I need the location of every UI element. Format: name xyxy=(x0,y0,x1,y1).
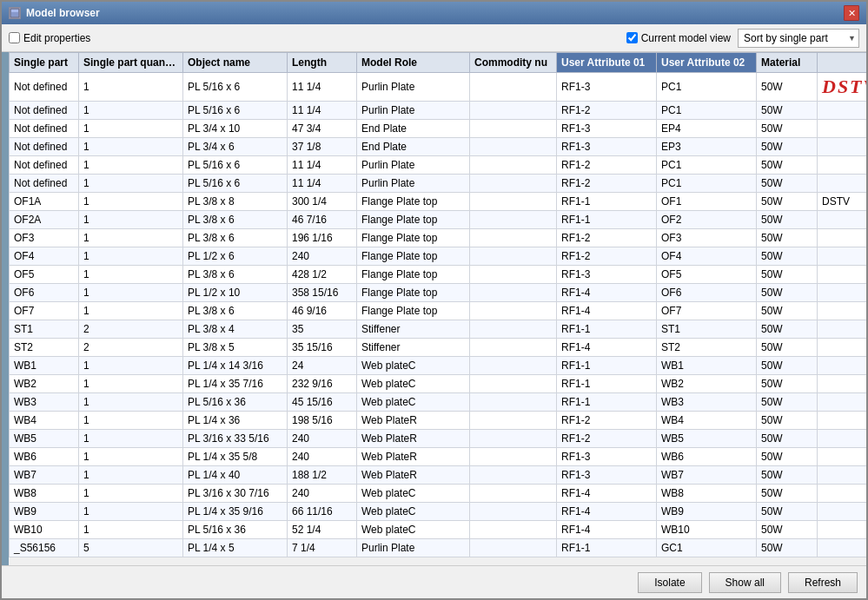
cell-single_part: Not defined xyxy=(10,138,79,156)
table-row[interactable]: OF71PL 3/8 x 646 9/16Flange Plate topRF1… xyxy=(10,302,867,320)
table-row[interactable]: ST12PL 3/8 x 435StiffenerRF1-1ST150W xyxy=(10,320,867,339)
cell-object_name: PL 1/4 x 35 7/16 xyxy=(183,375,288,393)
cell-logo xyxy=(818,412,867,430)
isolate-button[interactable]: Isolate xyxy=(638,572,701,593)
model-browser-window: Model browser ✕ Edit properties Current … xyxy=(0,0,868,600)
cell-model_role: End Plate xyxy=(357,138,470,156)
table-row[interactable]: Not defined1PL 3/4 x 1047 3/4End PlateRF… xyxy=(10,120,867,138)
current-model-view-checkbox-label[interactable]: Current model view xyxy=(626,32,731,44)
table-row[interactable]: WB71PL 1/4 x 40188 1/2Web PlateRRF1-3WB7… xyxy=(10,466,867,485)
col-header-model-role[interactable]: Model Role xyxy=(357,53,470,73)
cell-length: 11 1/4 xyxy=(288,73,357,102)
table-row[interactable]: WB81PL 3/16 x 30 7/16240Web plateCRF1-4W… xyxy=(10,485,867,503)
cell-model_role: Flange Plate top xyxy=(357,193,470,211)
cell-material: 50W xyxy=(757,302,818,320)
cell-model_role: Web plateC xyxy=(357,521,470,539)
cell-attr2: EP3 xyxy=(657,138,757,156)
col-header-single-part[interactable]: Single part xyxy=(10,53,79,73)
table-row[interactable]: OF31PL 3/8 x 6196 1/16Flange Plate topRF… xyxy=(10,229,867,247)
cell-single_part: WB8 xyxy=(10,485,79,503)
table-row[interactable]: Not defined1PL 5/16 x 611 1/4Purlin Plat… xyxy=(10,175,867,193)
col-header-logo xyxy=(818,53,867,73)
cell-single_part: OF7 xyxy=(10,302,79,320)
cell-length: 47 3/4 xyxy=(288,120,357,138)
cell-object_name: PL 3/16 x 33 5/16 xyxy=(183,430,288,448)
data-table: Single part Single part quantity Object … xyxy=(9,52,866,557)
cell-attr1: RF1-3 xyxy=(557,120,657,138)
cell-length: 198 5/16 xyxy=(288,412,357,430)
cell-length: 188 1/2 xyxy=(288,466,357,485)
cell-material: 50W xyxy=(757,229,818,247)
show-all-button[interactable]: Show all xyxy=(709,572,781,593)
cell-model_role: Purlin Plate xyxy=(357,175,470,193)
edit-properties-checkbox[interactable] xyxy=(9,32,20,43)
current-model-view-checkbox[interactable] xyxy=(626,32,638,43)
cell-quantity: 1 xyxy=(79,430,183,448)
close-button[interactable]: ✕ xyxy=(844,5,859,21)
table-row[interactable]: WB51PL 3/16 x 33 5/16240Web PlateRRF1-2W… xyxy=(10,430,867,448)
col-header-object-name[interactable]: Object name xyxy=(183,53,288,73)
cell-attr1: RF1-1 xyxy=(557,211,657,229)
col-header-commodity[interactable]: Commodity nu xyxy=(470,53,557,73)
col-header-attr2[interactable]: User Attribute 02 xyxy=(657,53,757,73)
sort-select[interactable]: Sort by single part Sort by object name … xyxy=(738,29,859,48)
cell-attr2: OF1 xyxy=(657,193,757,211)
col-header-material[interactable]: Material xyxy=(757,53,818,73)
cell-quantity: 1 xyxy=(79,229,183,247)
table-row[interactable]: WB21PL 1/4 x 35 7/16232 9/16Web plateCRF… xyxy=(10,375,867,393)
cell-single_part: WB5 xyxy=(10,430,79,448)
table-row[interactable]: OF2A1PL 3/8 x 646 7/16Flange Plate topRF… xyxy=(10,211,867,229)
cell-length: 240 xyxy=(288,247,357,266)
cell-attr2: WB6 xyxy=(657,448,757,466)
table-row[interactable]: WB61PL 1/4 x 35 5/8240Web PlateRRF1-3WB6… xyxy=(10,448,867,466)
table-row[interactable]: ST22PL 3/8 x 535 15/16StiffenerRF1-4ST25… xyxy=(10,339,867,357)
table-row[interactable]: OF51PL 3/8 x 6428 1/2Flange Plate topRF1… xyxy=(10,266,867,284)
table-row[interactable]: OF61PL 1/2 x 10358 15/16Flange Plate top… xyxy=(10,284,867,302)
cell-quantity: 1 xyxy=(79,138,183,156)
cell-attr1: RF1-3 xyxy=(557,466,657,485)
cell-model_role: End Plate xyxy=(357,120,470,138)
cell-quantity: 1 xyxy=(79,302,183,320)
cell-commodity xyxy=(470,302,557,320)
table-row[interactable]: Not defined1PL 3/4 x 637 1/8End PlateRF1… xyxy=(10,138,867,156)
cell-logo xyxy=(818,302,867,320)
refresh-button[interactable]: Refresh xyxy=(788,572,858,593)
col-header-length[interactable]: Length xyxy=(288,53,357,73)
table-row[interactable]: WB41PL 1/4 x 36198 5/16Web PlateRRF1-2WB… xyxy=(10,412,867,430)
cell-attr1: RF1-2 xyxy=(557,175,657,193)
edit-properties-checkbox-label[interactable]: Edit properties xyxy=(9,32,90,44)
cell-quantity: 1 xyxy=(79,412,183,430)
table-row[interactable]: Not defined1PL 5/16 x 611 1/4Purlin Plat… xyxy=(10,102,867,120)
table-row[interactable]: Not defined1PL 5/16 x 611 1/4Purlin Plat… xyxy=(10,156,867,175)
table-row[interactable]: WB31PL 5/16 x 3645 15/16Web plateCRF1-1W… xyxy=(10,393,867,412)
cell-quantity: 2 xyxy=(79,320,183,339)
cell-attr2: OF3 xyxy=(657,229,757,247)
table-row[interactable]: OF1A1PL 3/8 x 8300 1/4Flange Plate topRF… xyxy=(10,193,867,211)
cell-length: 240 xyxy=(288,485,357,503)
table-row[interactable]: WB11PL 1/4 x 14 3/1624Web plateCRF1-1WB1… xyxy=(10,357,867,375)
cell-attr2: PC1 xyxy=(657,175,757,193)
table-row[interactable]: WB91PL 1/4 x 35 9/1666 11/16Web plateCRF… xyxy=(10,503,867,521)
cell-logo xyxy=(818,485,867,503)
cell-quantity: 1 xyxy=(79,466,183,485)
cell-attr2: EP4 xyxy=(657,120,757,138)
cell-logo xyxy=(818,175,867,193)
cell-material: 50W xyxy=(757,412,818,430)
cell-attr1: RF1-2 xyxy=(557,229,657,247)
table-row[interactable]: Not defined1PL 5/16 x 611 1/4Purlin Plat… xyxy=(10,73,867,102)
table-scroll[interactable]: Single part Single part quantity Object … xyxy=(9,52,866,565)
cell-object_name: PL 1/2 x 10 xyxy=(183,284,288,302)
col-header-quantity[interactable]: Single part quantity xyxy=(79,53,183,73)
table-row[interactable]: OF41PL 1/2 x 6240Flange Plate topRF1-2OF… xyxy=(10,247,867,266)
cell-attr1: RF1-1 xyxy=(557,539,657,557)
cell-object_name: PL 3/8 x 6 xyxy=(183,229,288,247)
cell-material: 50W xyxy=(757,175,818,193)
col-header-attr1[interactable]: User Attribute 01 xyxy=(557,53,657,73)
cell-logo xyxy=(818,138,867,156)
cell-attr1: RF1-4 xyxy=(557,339,657,357)
table-row[interactable]: _S561565PL 1/4 x 57 1/4Purlin PlateRF1-1… xyxy=(10,539,867,557)
table-row[interactable]: WB101PL 5/16 x 3652 1/4Web plateCRF1-4WB… xyxy=(10,521,867,539)
cell-object_name: PL 1/4 x 35 5/8 xyxy=(183,448,288,466)
cell-quantity: 1 xyxy=(79,247,183,266)
cell-single_part: Not defined xyxy=(10,175,79,193)
